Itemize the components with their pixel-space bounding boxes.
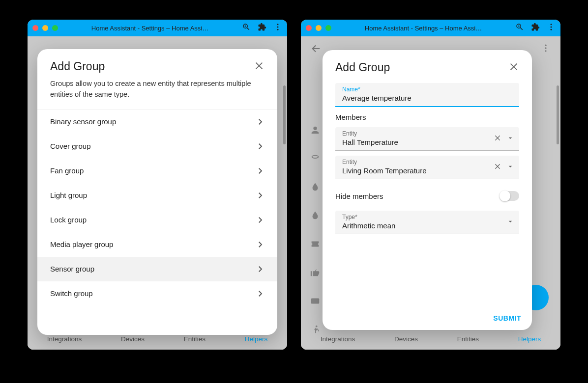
clear-icon[interactable] <box>494 163 501 172</box>
type-label: Type* <box>342 214 357 220</box>
kebab-menu-icon[interactable] <box>547 23 556 33</box>
add-group-config-dialog: Add Group Name* Average temperature Memb… <box>323 50 532 330</box>
members-label: Members <box>335 113 519 121</box>
dropdown-icon[interactable] <box>506 134 514 144</box>
name-label: Name* <box>342 86 360 93</box>
type-field[interactable]: Type* Arithmetic mean <box>335 211 519 234</box>
option-media-player-group[interactable]: Media player group <box>37 232 277 257</box>
entity-value: Living Room Temperature <box>342 166 512 175</box>
zoom-icon[interactable] <box>515 23 524 33</box>
chevron-right-icon <box>256 265 265 274</box>
option-fan-group[interactable]: Fan group <box>37 159 277 183</box>
option-sensor-group[interactable]: Sensor group <box>37 257 277 281</box>
entity-label: Entity <box>342 130 357 137</box>
window-maximize-light[interactable] <box>52 25 58 31</box>
hide-members-label: Hide members <box>335 192 383 200</box>
svg-point-2 <box>277 29 279 30</box>
dialog-description: Groups allow you to create a new entity … <box>37 78 277 109</box>
tab-entities[interactable]: Entities <box>184 335 206 343</box>
chevron-right-icon <box>256 166 265 175</box>
tab-helpers[interactable]: Helpers <box>518 335 541 343</box>
name-field[interactable]: Name* Average temperature <box>335 83 519 107</box>
option-light-group[interactable]: Light group <box>37 183 277 208</box>
extensions-icon[interactable] <box>531 23 540 33</box>
group-type-list: Binary sensor group Cover group Fan grou… <box>37 109 277 335</box>
hide-members-toggle[interactable] <box>500 191 519 201</box>
kebab-menu-icon[interactable] <box>273 23 282 33</box>
chevron-right-icon <box>256 240 265 249</box>
scrollbar[interactable] <box>557 85 559 144</box>
dialog-title: Add Group <box>50 60 105 73</box>
extensions-icon[interactable] <box>258 23 266 33</box>
scrollbar[interactable] <box>283 85 286 144</box>
chevron-right-icon <box>256 216 265 224</box>
option-label: Switch group <box>50 289 93 298</box>
clear-icon[interactable] <box>494 134 501 144</box>
entity-label: Entity <box>342 159 357 165</box>
traffic-lights <box>32 25 58 31</box>
add-group-dialog: Add Group Groups allow you to create a n… <box>37 49 277 335</box>
chevron-right-icon <box>256 117 265 126</box>
option-label: Sensor group <box>50 265 94 273</box>
tab-helpers[interactable]: Helpers <box>245 335 268 343</box>
window-title: Home Assistant - Settings – Home Assi… <box>331 25 515 32</box>
window-close-light[interactable] <box>32 25 38 31</box>
window-minimize-light[interactable] <box>42 25 48 31</box>
titlebar: Home Assistant - Settings – Home Assi… <box>28 20 287 36</box>
option-label: Lock group <box>50 216 87 224</box>
option-label: Binary sensor group <box>50 117 116 126</box>
option-lock-group[interactable]: Lock group <box>37 208 277 232</box>
name-value: Average temperature <box>342 94 512 102</box>
svg-point-5 <box>551 24 552 25</box>
bottom-tabs: Integrations Devices Entities Helpers <box>301 328 560 350</box>
chevron-right-icon <box>256 191 265 200</box>
option-label: Media player group <box>50 240 113 248</box>
option-cover-group[interactable]: Cover group <box>37 134 277 159</box>
tab-integrations[interactable]: Integrations <box>321 335 355 343</box>
entity-field-1[interactable]: Entity Living Room Temperature <box>335 156 519 179</box>
svg-point-6 <box>551 27 552 28</box>
window-title: Home Assistant - Settings – Home Assi… <box>58 25 242 32</box>
option-label: Light group <box>50 191 87 199</box>
dialog-title: Add Group <box>335 61 390 74</box>
traffic-lights <box>306 25 331 31</box>
chevron-right-icon <box>256 289 265 298</box>
tab-devices[interactable]: Devices <box>394 335 418 343</box>
submit-button[interactable]: Submit <box>493 314 521 322</box>
entity-field-0[interactable]: Entity Hall Temperature <box>335 127 519 151</box>
dropdown-icon[interactable] <box>506 163 514 172</box>
entity-value: Hall Temperature <box>342 138 512 146</box>
option-binary-sensor-group[interactable]: Binary sensor group <box>37 109 277 134</box>
chevron-right-icon <box>256 142 265 151</box>
option-label: Fan group <box>50 166 84 175</box>
hide-members-row: Hide members <box>335 184 519 211</box>
svg-point-0 <box>277 24 279 25</box>
tab-devices[interactable]: Devices <box>121 335 145 343</box>
option-switch-group[interactable]: Switch group <box>37 281 277 306</box>
window-maximize-light[interactable] <box>325 25 331 31</box>
window-close-light[interactable] <box>306 25 312 31</box>
zoom-icon[interactable] <box>242 23 251 33</box>
tab-integrations[interactable]: Integrations <box>47 335 82 343</box>
window-minimize-light[interactable] <box>316 25 322 31</box>
tab-entities[interactable]: Entities <box>457 335 479 343</box>
type-value: Arithmetic mean <box>342 221 512 230</box>
close-button[interactable] <box>508 61 519 74</box>
svg-point-7 <box>551 29 552 30</box>
dropdown-icon[interactable] <box>506 218 514 227</box>
close-button[interactable] <box>254 60 265 73</box>
titlebar: Home Assistant - Settings – Home Assi… <box>301 20 560 36</box>
option-label: Cover group <box>50 142 91 150</box>
svg-point-1 <box>277 27 279 28</box>
